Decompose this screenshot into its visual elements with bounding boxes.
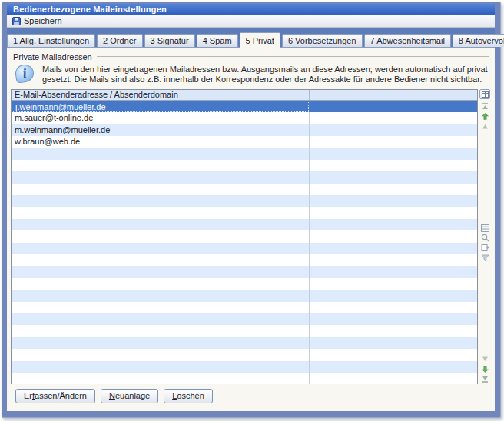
grid-cell-email xyxy=(12,349,309,360)
dialog-window: Bedienerbezogene Maileinstellungen Speic… xyxy=(2,2,501,418)
grid-cell-email xyxy=(12,337,309,349)
grid-cell-email xyxy=(12,302,309,313)
floppy-disk-icon xyxy=(12,17,21,25)
scroll-next-icon[interactable] xyxy=(480,355,489,363)
grid-cell-email xyxy=(12,313,309,325)
grid-row-empty xyxy=(12,325,477,336)
grid-row[interactable]: m.weinmann@mueller.de xyxy=(12,124,477,136)
grid-cell-email xyxy=(12,254,309,266)
neuanlage-button[interactable]: Neuanlage xyxy=(101,389,158,403)
grid-cell-email xyxy=(12,160,309,171)
grid-row[interactable]: m.sauer@t-online.de xyxy=(12,112,477,124)
grid-cell-email xyxy=(12,278,309,290)
filter-icon[interactable] xyxy=(480,254,489,262)
tab-autovervollstaendigung[interactable]: 8 Autovervollständigung xyxy=(453,34,504,47)
grid-cell-email xyxy=(12,266,309,277)
group-label: Private Mailadressen xyxy=(13,52,97,61)
tab-strip: 1 Allg. Einstellungen2 Ordner3 Signatur4… xyxy=(7,28,495,47)
scroll-prev-icon[interactable] xyxy=(480,122,489,131)
window-title: Bedienerbezogene Maileinstellungen xyxy=(7,4,495,15)
tab-abwesenheitsmail[interactable]: 7 Abwesenheitsmail xyxy=(364,34,451,47)
grid-cell-email: m.sauer@t-online.de xyxy=(12,112,309,124)
grid-row-empty xyxy=(12,243,477,254)
grid-cell-email: j.weinmann@mueller.de xyxy=(12,101,309,112)
group-header: Private Mailadressen xyxy=(10,51,492,61)
grid-wrap: E-Mail-Absenderadresse / Absenderdomain … xyxy=(11,89,492,384)
grid-row-empty xyxy=(12,254,477,266)
grid-cell-email xyxy=(12,243,309,254)
tab-area: 1 Allg. Einstellungen2 Ordner3 Signatur4… xyxy=(7,28,495,411)
grid-row-empty xyxy=(12,160,477,171)
grid-row-empty xyxy=(12,171,477,183)
grid-cell-email xyxy=(12,219,309,230)
grid-cell-email xyxy=(12,195,309,207)
grid-cell-email xyxy=(12,171,309,183)
tab-signatur[interactable]: 3 Signatur xyxy=(144,34,195,47)
grid-row-empty xyxy=(12,148,477,160)
info-text: Mails von den hier eingetragenen Mailadr… xyxy=(42,64,488,85)
email-grid: E-Mail-Absenderadresse / Absenderdomain … xyxy=(11,89,478,384)
column-divider xyxy=(309,101,310,384)
grid-cell-email xyxy=(12,230,309,242)
grid-row-empty xyxy=(12,219,477,230)
grid-side-strip xyxy=(478,89,492,384)
scroll-first-icon[interactable] xyxy=(480,102,489,111)
search-icon[interactable] xyxy=(480,234,489,242)
scroll-down-icon[interactable] xyxy=(480,365,489,373)
info-row: i Mails von den hier eingetragenen Maila… xyxy=(10,61,492,88)
grid-row-empty xyxy=(12,290,477,301)
tab-ordner[interactable]: 2 Ordner xyxy=(97,34,142,47)
grid-cell-email xyxy=(12,207,309,219)
column-chooser-button[interactable] xyxy=(479,89,490,99)
grid-row-empty xyxy=(12,195,477,207)
tab-spam[interactable]: 4 Spam xyxy=(197,34,238,47)
scroll-last-icon[interactable] xyxy=(480,375,489,383)
grid-row[interactable]: w.braun@web.de xyxy=(12,136,477,148)
grid-row-empty xyxy=(12,184,477,195)
group-rule xyxy=(97,56,489,57)
grid-cell-email xyxy=(12,373,309,384)
grid-body: j.weinmann@mueller.dem.sauer@t-online.de… xyxy=(12,101,477,384)
privat-tab-panel: Private Mailadressen i Mails von den hie… xyxy=(7,47,495,411)
grid-cell-email xyxy=(12,361,309,373)
grid-row-empty xyxy=(12,337,477,349)
save-button-label: Speichern xyxy=(24,16,62,25)
tab-vorbesetzungen[interactable]: 6 Vorbesetzungen xyxy=(282,34,363,47)
grid-row-empty xyxy=(12,349,477,360)
tab-privat[interactable]: 5 Privat xyxy=(240,32,280,48)
grid-row-empty xyxy=(12,207,477,219)
grid-row-empty xyxy=(12,373,477,384)
grid-cell-email: m.weinmann@mueller.de xyxy=(12,124,309,136)
grid-view-icon[interactable] xyxy=(480,224,489,232)
column-chooser-icon xyxy=(482,91,489,98)
export-icon[interactable] xyxy=(480,244,489,252)
grid-cell-email xyxy=(12,290,309,301)
toolbar: Speichern xyxy=(7,15,495,28)
grid-cell-email xyxy=(12,184,309,195)
grid-cell-email xyxy=(12,148,309,160)
grid-row-empty xyxy=(12,302,477,313)
grid-row-empty xyxy=(12,313,477,325)
info-icon: i xyxy=(15,64,36,85)
grid-row[interactable]: j.weinmann@mueller.de xyxy=(12,101,477,112)
erfassen-aendern-button[interactable]: Erfassen/Ändern xyxy=(15,389,95,403)
scroll-up-icon[interactable] xyxy=(480,112,489,121)
grid-cell-email: w.braun@web.de xyxy=(12,136,309,148)
grid-row-empty xyxy=(12,266,477,277)
loeschen-button[interactable]: Löschen xyxy=(164,389,213,403)
grid-row-empty xyxy=(12,278,477,290)
grid-cell-email xyxy=(12,325,309,336)
grid-row-empty xyxy=(12,361,477,373)
grid-column-header[interactable]: E-Mail-Absenderadresse / Absenderdomain xyxy=(12,90,477,101)
save-button[interactable]: Speichern xyxy=(10,15,67,26)
grid-row-empty xyxy=(12,230,477,242)
action-button-row: Erfassen/ÄndernNeuanlageLöschen xyxy=(10,384,492,403)
tab-allg-einstellungen[interactable]: 1 Allg. Einstellungen xyxy=(7,34,95,47)
